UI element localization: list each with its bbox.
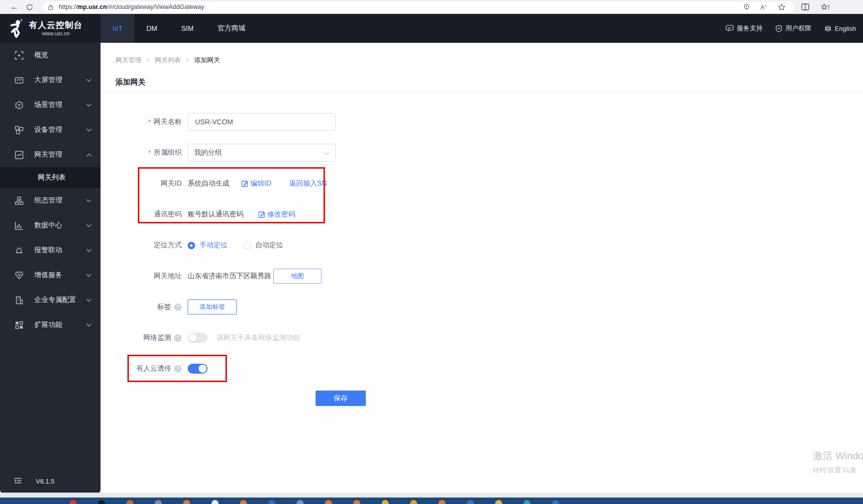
logo-subtitle: www.usr.cn [29,30,83,37]
save-button[interactable]: 保存 [316,391,366,406]
network-monitor-toggle[interactable] [188,333,208,343]
taskbar-icon[interactable] [70,500,77,504]
taskbar-icon[interactable] [410,500,417,504]
taskbar-icon[interactable] [438,500,445,504]
browser-back-icon[interactable]: ← [7,2,22,12]
address-bar[interactable]: https://mp.usr.cn/#/cloud/gateway/ViewAd… [43,1,794,13]
sidebar-item-label: 网关管理 [34,150,62,159]
taskbar-icon[interactable] [353,500,360,504]
org-nodes-icon [15,197,23,205]
manual-location-radio[interactable] [188,242,195,249]
sidebar-item-data-center[interactable]: 数据中心 [0,213,101,238]
sidebar-collapse-icon[interactable] [14,477,22,486]
sidebar-item-extended-functions[interactable]: 扩展功能 [0,312,101,337]
form-row-tags: 标签 ? 添加标签 [115,298,563,316]
app-logo[interactable]: 有人云控制台 www.usr.cn [0,14,101,43]
browser-reload-icon[interactable] [22,3,37,11]
windows-taskbar [0,498,863,504]
taskbar-icon[interactable] [126,500,133,504]
breadcrumb-gateway-management[interactable]: 网关管理 [115,56,141,65]
add-tag-button[interactable]: 添加标签 [188,300,237,314]
gateway-icon [15,151,23,159]
chevron-down-icon [86,299,92,302]
taskbar-icon[interactable] [325,500,332,504]
taskbar-icon[interactable] [155,500,162,504]
map-button[interactable]: 地图 [273,269,322,284]
sidebar-item-label: 设备管理 [34,125,62,134]
user-permissions-link[interactable]: 用户权限 [775,24,811,33]
sidebar-item-scene-management[interactable]: 场景管理 [0,93,101,117]
breadcrumb-gateway-list[interactable]: 网关列表 [155,56,181,65]
sidebar-item-label: 数据中心 [34,221,62,230]
tab-sim[interactable]: SIM [169,14,206,43]
organization-select[interactable]: 我的分组 [188,144,336,162]
chat-icon [726,25,734,32]
taskbar-icon[interactable] [183,500,190,504]
sidebar-item-screen-management[interactable]: 大屏管理 [0,68,101,93]
taskbar-icon[interactable] [268,500,275,504]
overview-icon [15,51,23,60]
tab-dm[interactable]: DM [134,14,169,43]
sidebar-item-gateway-management[interactable]: 网关管理 [0,142,101,167]
organization-selected-value: 我的分组 [194,148,222,157]
sidebar-item-alarm-linkage[interactable]: 报警联动 [0,238,101,263]
usr-logo-icon [8,19,25,38]
divider [101,91,863,92]
screen-icon [15,76,23,85]
chevron-down-icon [86,323,92,327]
gateway-address-value: 山东省济南市历下区颖秀路 [188,272,271,281]
taskbar-icon[interactable] [382,500,389,504]
annotation-box-gateway-id [138,167,325,223]
help-icon[interactable]: ? [174,334,182,342]
service-support-link[interactable]: 服务支持 [726,24,762,33]
sidebar-item-gateway-list[interactable]: 网关列表 [0,167,101,188]
sidebar-item-configuration-management[interactable]: 组态管理 [0,188,101,213]
network-monitor-hint: 该网关不具备网络监测功能 [216,333,300,342]
gateway-name-label: 网关名称 [154,117,182,126]
chevron-down-icon [86,249,92,252]
sidebar-item-label: 场景管理 [34,101,62,109]
split-screen-icon[interactable] [801,3,809,10]
tab-official-mall[interactable]: 官方商城 [206,14,257,43]
sidebar: 概览 大屏管理 场景管理 设备管理 网关管理 网关列表 组态管理 [0,43,101,495]
taskbar-icon[interactable] [98,500,105,504]
geolocation-icon[interactable] [743,3,750,11]
activate-windows-watermark: 激活 Windo 转到"设置"以激 [813,449,863,475]
taskbar-icon[interactable] [467,500,474,504]
network-monitor-label: 网络监测 [143,333,171,342]
language-switch[interactable]: English [824,25,856,32]
breadcrumb: 网关管理 > 网关列表 > 添加网关 [115,56,220,65]
tab-iot[interactable]: IoT [101,14,134,43]
tags-label: 标签 [157,302,171,311]
form-row-gateway-name: *网关名称 [115,113,563,131]
taskbar-icon[interactable] [240,500,247,504]
favorite-star-icon[interactable] [778,3,785,11]
chevron-down-icon [86,224,92,227]
collections-icon[interactable] [821,3,830,11]
auto-location-radio[interactable] [243,242,251,249]
taskbar-icon[interactable] [212,500,218,504]
chevron-down-icon [86,79,92,82]
gateway-address-label: 网关地址 [154,272,182,281]
auto-location-label[interactable]: 自动定位 [255,241,283,250]
read-aloud-icon[interactable]: A [760,3,768,10]
taskbar-icon[interactable] [552,500,559,504]
sidebar-item-enterprise-config[interactable]: 企业专属配置 [0,288,101,312]
required-asterisk: * [148,149,151,157]
taskbar-icon[interactable] [524,500,531,504]
gateway-name-input[interactable] [188,113,336,131]
sidebar-item-device-management[interactable]: 设备管理 [0,117,101,142]
taskbar-icon[interactable] [495,500,502,504]
sidebar-item-label: 报警联动 [34,246,62,255]
manual-location-label[interactable]: 手动定位 [200,241,227,250]
required-asterisk: * [148,118,151,126]
taskbar-icon[interactable] [297,500,304,504]
form-row-organization: *所属组织 我的分组 [115,144,563,162]
sidebar-item-overview[interactable]: 概览 [0,43,101,68]
top-nav-tabs: IoT DM SIM 官方商城 [101,14,257,43]
globe-icon [824,25,832,32]
help-icon[interactable]: ? [174,303,182,311]
form-row-location-mode: 定位方式 手动定位 自动定位 [115,236,563,254]
sidebar-item-value-added-services[interactable]: 增值服务 [0,263,101,288]
app-version: V6.1.5 [36,478,55,485]
